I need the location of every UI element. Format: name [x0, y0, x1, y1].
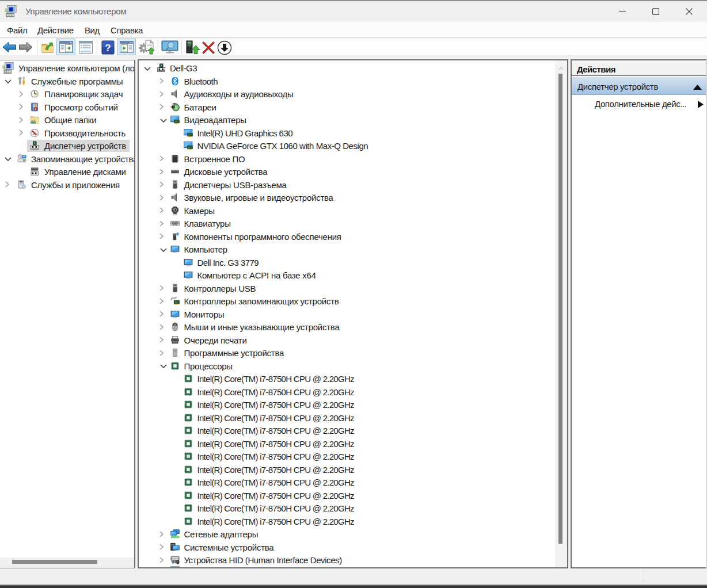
svg-text:?: ?	[105, 43, 111, 54]
